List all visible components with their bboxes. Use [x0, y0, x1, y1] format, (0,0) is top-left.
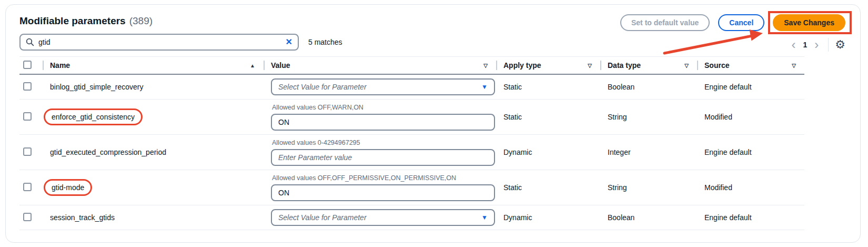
column-header-source[interactable]: Source ▽	[697, 57, 804, 74]
allowed-values-hint: Allowed values 0-4294967295	[271, 139, 496, 146]
source-cell: Engine default	[697, 83, 804, 91]
source-cell: Engine default	[697, 213, 804, 222]
annotation-circle: enforce_gtid_consistency	[44, 108, 143, 125]
modifiable-parameters-panel: Modifiable parameters (389) ✕ 5 matches …	[5, 4, 861, 243]
row-checkbox[interactable]	[23, 82, 32, 91]
search-box[interactable]: ✕	[19, 34, 299, 51]
table-row: gtid_executed_compression_period Allowed…	[19, 135, 804, 170]
data-type-cell: String	[600, 113, 697, 121]
table-row: binlog_gtid_simple_recovery Select Value…	[19, 75, 804, 100]
chevron-down-icon: ▼	[481, 83, 488, 91]
parameter-name: session_track_gtids	[50, 213, 115, 222]
row-checkbox[interactable]	[23, 112, 32, 121]
row-checkbox[interactable]	[23, 183, 32, 191]
save-button[interactable]: Save Changes	[773, 14, 845, 31]
value-select[interactable]: Select Value for Parameter ▼	[271, 209, 495, 226]
source-cell: Modified	[697, 183, 804, 192]
next-page-button[interactable]: ›	[811, 38, 822, 51]
column-header-value[interactable]: Value ▽	[264, 57, 496, 74]
pagination: ‹ 1 › ⚙	[788, 38, 845, 52]
clear-search-icon[interactable]: ✕	[286, 38, 292, 46]
source-cell: Engine default	[697, 148, 804, 156]
parameters-table: Name ▲ Value ▽ Apply type ▽ Data type ▽ …	[19, 56, 804, 230]
column-header-apply-type[interactable]: Apply type ▽	[496, 57, 600, 74]
column-header-name[interactable]: Name ▲	[43, 57, 264, 74]
match-count: 5 matches	[308, 38, 342, 46]
apply-type-cell: Static	[496, 113, 600, 121]
sort-ascending-icon[interactable]: ▲	[250, 63, 255, 68]
filter-icon[interactable]: ▽	[588, 63, 592, 68]
panel-header: Modifiable parameters (389) ✕ 5 matches …	[19, 12, 845, 52]
apply-type-cell: Static	[496, 183, 600, 192]
parameter-name: enforce_gtid_consistency	[52, 113, 135, 121]
cancel-button[interactable]: Cancel	[718, 14, 764, 31]
page-title: Modifiable parameters	[19, 15, 126, 27]
value-input[interactable]	[271, 184, 495, 201]
chevron-down-icon: ▼	[481, 214, 488, 221]
row-checkbox[interactable]	[23, 147, 32, 156]
allowed-values-hint: Allowed values OFF,OFF_PERMISSIVE,ON_PER…	[271, 174, 496, 182]
source-cell: Modified	[697, 113, 804, 121]
parameter-name: gtid_executed_compression_period	[50, 148, 166, 156]
divider	[828, 38, 829, 52]
table-row: enforce_gtid_consistency Allowed values …	[19, 100, 804, 135]
data-type-cell: Boolean	[600, 83, 697, 91]
row-checkbox[interactable]	[23, 213, 32, 221]
parameter-name: gtid-mode	[52, 183, 84, 192]
apply-type-cell: Static	[496, 83, 600, 91]
table-row: session_track_gtids Select Value for Par…	[19, 205, 804, 230]
table-row: gtid-mode Allowed values OFF,OFF_PERMISS…	[19, 170, 804, 205]
value-input[interactable]	[271, 149, 495, 166]
parameter-name: binlog_gtid_simple_recovery	[50, 83, 143, 91]
data-type-cell: Integer	[600, 148, 697, 156]
parameter-count: (389)	[129, 15, 153, 27]
allowed-values-hint: Allowed values OFF,WARN,ON	[271, 104, 496, 111]
annotation-circle: gtid-mode	[44, 179, 92, 196]
value-select[interactable]: Select Value for Parameter ▼	[271, 78, 495, 95]
filter-icon[interactable]: ▽	[792, 63, 796, 68]
table-header-row: Name ▲ Value ▽ Apply type ▽ Data type ▽ …	[19, 56, 804, 75]
filter-icon[interactable]: ▽	[684, 63, 689, 68]
current-page-number: 1	[799, 41, 811, 49]
select-all-checkbox[interactable]	[23, 61, 32, 69]
apply-type-cell: Dynamic	[496, 213, 600, 222]
filter-icon[interactable]: ▽	[483, 63, 488, 68]
set-to-default-button[interactable]: Set to default value	[620, 14, 710, 31]
data-type-cell: Boolean	[600, 213, 697, 222]
previous-page-button[interactable]: ‹	[788, 38, 799, 51]
apply-type-cell: Dynamic	[496, 148, 600, 156]
gear-icon[interactable]: ⚙	[835, 39, 845, 51]
column-header-data-type[interactable]: Data type ▽	[600, 57, 697, 74]
data-type-cell: String	[600, 183, 697, 192]
value-input[interactable]	[271, 114, 495, 131]
search-input[interactable]	[38, 38, 286, 46]
search-icon	[26, 38, 34, 46]
